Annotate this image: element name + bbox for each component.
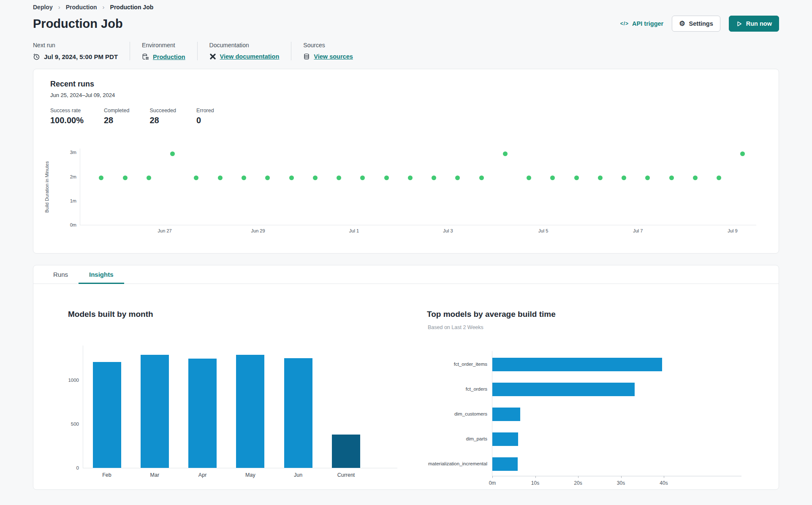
view-documentation-link[interactable]: View documentation	[220, 53, 280, 60]
run-dot[interactable]	[740, 151, 745, 156]
tab-insights[interactable]: Insights	[79, 265, 124, 284]
x-axis-tickmark	[492, 476, 493, 478]
stat-label: Completed	[104, 108, 129, 113]
play-icon	[736, 21, 742, 27]
environment-icon	[142, 53, 149, 60]
run-dot[interactable]	[360, 176, 365, 180]
bar[interactable]	[492, 358, 662, 371]
run-dot[interactable]	[645, 176, 650, 180]
run-dot[interactable]	[289, 176, 294, 180]
run-dot[interactable]	[669, 176, 674, 180]
y-axis-tick: 2m	[70, 174, 76, 179]
x-axis-tick: Jul 5	[538, 228, 548, 233]
run-dot[interactable]	[170, 151, 175, 156]
header-actions: </> API trigger ⚙ Settings Run now	[620, 16, 779, 32]
documentation-label: Documentation	[209, 42, 280, 49]
run-dot[interactable]	[408, 176, 413, 180]
insights-panel: Models built by month 05001000FebMarAprM…	[33, 284, 779, 490]
title-row: Production Job </> API trigger ⚙ Setting…	[33, 16, 779, 32]
bar[interactable]	[492, 432, 518, 446]
run-dot[interactable]	[503, 151, 508, 156]
x-axis-tick: 30s	[617, 480, 625, 486]
x-axis-tick: 10s	[531, 480, 539, 486]
top-models-chart: 0m10s20s30s40sfct_order_itemsfct_ordersd…	[492, 351, 741, 476]
stat-success-rate: Success rate 100.00%	[50, 108, 84, 125]
stat-errored: Errored 0	[196, 108, 214, 125]
x-axis-tick: Jun	[294, 472, 302, 478]
bar[interactable]	[236, 355, 264, 468]
breadcrumb-item-current: Production Job	[110, 4, 154, 11]
code-icon: </>	[620, 21, 629, 27]
run-dot[interactable]	[455, 176, 460, 180]
run-dot[interactable]	[313, 176, 318, 180]
breadcrumb-item-production[interactable]: Production	[66, 4, 97, 11]
run-dot[interactable]	[574, 176, 579, 180]
bar[interactable]	[492, 457, 518, 471]
run-dot[interactable]	[147, 176, 151, 180]
stat-label: Errored	[196, 108, 214, 113]
x-axis-tick: 0m	[489, 480, 496, 486]
run-now-label: Run now	[746, 20, 772, 27]
meta-environment: Environment Production	[130, 42, 197, 60]
run-dot[interactable]	[622, 176, 626, 180]
chevron-right-icon: ›	[58, 3, 60, 11]
y-axis-tick: 1m	[70, 198, 76, 203]
run-dot[interactable]	[384, 176, 389, 180]
bar[interactable]	[93, 362, 121, 468]
stat-completed: Completed 28	[104, 108, 129, 125]
run-dot[interactable]	[550, 176, 555, 180]
meta-sources: Sources View sources	[291, 42, 364, 60]
recent-runs-title: Recent runs	[50, 80, 762, 89]
run-dot[interactable]	[218, 176, 223, 180]
stat-value: 100.00%	[50, 116, 84, 125]
run-dot[interactable]	[242, 176, 246, 180]
x-axis-tick: Mar	[150, 472, 160, 478]
view-sources-link[interactable]: View sources	[314, 53, 353, 60]
breadcrumb-item-deploy[interactable]: Deploy	[33, 4, 53, 11]
x-axis-tick: 40s	[660, 480, 668, 486]
run-dot[interactable]	[99, 176, 103, 180]
run-now-button[interactable]: Run now	[729, 16, 779, 32]
x-axis-tick: Jul 1	[349, 228, 359, 233]
bar[interactable]	[188, 359, 217, 468]
stat-value: 0	[196, 116, 214, 125]
top-models-subtitle: Based on Last 2 Weeks	[428, 324, 483, 330]
bar[interactable]	[492, 408, 520, 421]
run-dot[interactable]	[432, 176, 436, 180]
models-by-month-title: Models built by month	[68, 310, 153, 319]
x-axis-tick: Jun 29	[251, 228, 265, 233]
bar[interactable]	[284, 358, 312, 468]
run-dot[interactable]	[123, 176, 128, 180]
y-axis-label: Build Duration in Minutes	[44, 161, 49, 213]
x-axis-tick: May	[245, 472, 255, 478]
stat-value: 28	[149, 116, 176, 125]
top-models-title: Top models by average build time	[427, 310, 556, 319]
x-axis-tickmark	[578, 476, 578, 478]
sources-label: Sources	[303, 42, 353, 49]
y-axis-tick: 3m	[70, 150, 76, 155]
bar[interactable]	[141, 355, 169, 468]
breadcrumb: Deploy › Production › Production Job	[33, 3, 779, 11]
tab-runs[interactable]: Runs	[43, 265, 79, 284]
run-dot[interactable]	[527, 176, 531, 180]
environment-link[interactable]: Production	[153, 54, 185, 60]
stat-succeeded: Succeeded 28	[149, 108, 176, 125]
meta-next-run: Next run Jul 9, 2024, 5:00 PM PDT	[33, 42, 130, 60]
job-detail-card: Runs Insights Models built by month 0500…	[33, 265, 779, 490]
x-axis-tick: Jun 27	[158, 228, 172, 233]
bar[interactable]	[492, 383, 635, 396]
run-dot[interactable]	[693, 176, 698, 180]
api-trigger-link[interactable]: </> API trigger	[620, 20, 663, 27]
x-axis-tickmark	[664, 476, 664, 478]
model-name-label: materialization_incremental	[352, 461, 487, 466]
run-dot[interactable]	[265, 176, 270, 180]
x-axis-tickmark	[535, 476, 536, 478]
recent-runs-card: Recent runs Jun 25, 2024–Jul 09, 2024 Su…	[33, 69, 779, 254]
x-axis-tick: Jul 7	[633, 228, 643, 233]
run-dot[interactable]	[598, 176, 603, 180]
settings-button[interactable]: ⚙ Settings	[672, 16, 720, 32]
run-dot[interactable]	[194, 176, 198, 180]
run-dot[interactable]	[479, 176, 484, 180]
run-dot[interactable]	[717, 176, 721, 180]
run-dot[interactable]	[337, 176, 341, 180]
